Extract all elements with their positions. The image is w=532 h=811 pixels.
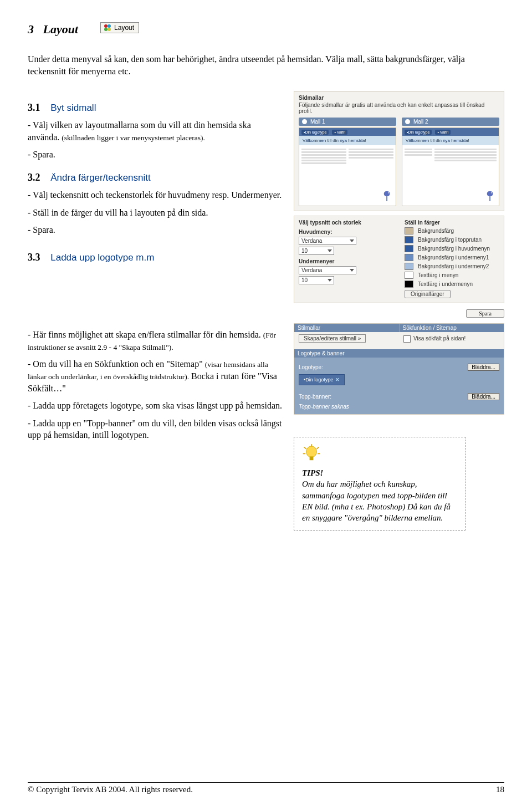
stilmallar-head: Stilmallar (294, 324, 399, 332)
copyright-text: © Copyright Tervix AB 2004. All rights r… (28, 785, 193, 794)
svg-point-6 (306, 446, 317, 457)
typography-panel: Välj typsnitt och storlek Huvudmeny: Ver… (294, 216, 504, 303)
browse-logotype-button[interactable]: Bläddra... (468, 364, 499, 371)
page-number: 18 (496, 785, 504, 794)
s31-p1: - Välj vilken av layoutmallarna som du v… (28, 119, 283, 143)
svg-point-4 (388, 192, 389, 193)
svg-point-2 (104, 28, 108, 31)
section-3-2-num: 3.2 (28, 172, 40, 183)
color-label: Bakgrundsfärg i undermeny1 (418, 254, 489, 261)
color-row: Bakgrundsfärg (405, 227, 499, 234)
page-footer: © Copyright Tervix AB 2004. All rights r… (28, 782, 504, 794)
section-3-2-heading: 3.2 Ändra färger/teckensnitt (28, 172, 283, 183)
show-search-label: Visa sökfält på sidan! (413, 335, 466, 341)
typo-right-title: Ställ in färger (405, 220, 499, 226)
color-label: Textfärg i menyn (418, 272, 458, 278)
radio-icon (302, 119, 307, 124)
svg-point-0 (104, 24, 108, 28)
color-label: Bakgrundsfärg i huvudmenyn (418, 246, 490, 252)
template-2-preview: •Din logotype• Valfri Välkommen till din… (402, 127, 499, 206)
color-label: Bakgrundsfärg i topprutan (418, 237, 482, 243)
logotype-banner-bar: Logotype & banner (294, 349, 504, 358)
huvudmeny-font-select[interactable]: Verdana (299, 237, 356, 245)
s32-p3: - Spara. (28, 224, 283, 236)
template-1-preview: •Din logotype• Valfri Välkommen till din… (299, 127, 396, 206)
tips-heading: TIPS! (302, 468, 323, 477)
sidmallar-desc: Följande sidmallar är gratis att använda… (299, 102, 499, 114)
color-swatch[interactable] (405, 254, 413, 261)
section-3-3-title: Ladda upp logotype m.m (50, 252, 154, 263)
layout-badge: Layout (100, 22, 139, 33)
color-row: Bakgrundsfärg i undermeny2 (405, 263, 499, 270)
s33-p3: - Ladda upp företagets logotype, som ska… (28, 400, 283, 412)
color-label: Bakgrundsfärg i undermeny2 (418, 263, 489, 269)
s32-p2: - Ställ in de färger du vill ha i layout… (28, 207, 283, 219)
color-label: Textfärg i undermenyn (418, 281, 473, 287)
color-row: Bakgrundsfärg i huvudmenyn (405, 245, 499, 252)
intro-paragraph: Under detta menyval så kan, den som har … (28, 53, 504, 77)
undermeny-label: Undermenyer (299, 258, 393, 264)
sidmallar-title: Sidmallar (299, 95, 499, 101)
color-row: Textfärg i undermenyn (405, 280, 499, 288)
s32-p1: - Välj teckensnitt och teckenstorlek för… (28, 189, 283, 201)
color-swatch[interactable] (405, 227, 413, 234)
section-3-3-heading: 3.3 Ladda upp logotype m.m (28, 252, 283, 263)
palette-icon (103, 23, 112, 32)
tips-box: TIPS! Om du har möjlighet och kunskap, s… (294, 437, 466, 531)
flamingo-icon (382, 190, 392, 203)
color-swatch[interactable] (405, 263, 413, 270)
chapter-heading: 3 Layout (28, 22, 78, 37)
color-swatch[interactable] (405, 236, 413, 243)
s31-p2: - Spara. (28, 149, 283, 161)
sokfunktion-head: Sökfunktion / Sitemap (399, 324, 504, 332)
lightbulb-icon (302, 444, 321, 465)
save-button[interactable]: Spara (466, 309, 504, 318)
section-3-1-heading: 3.1 Byt sidmall (28, 102, 283, 114)
color-row: Bakgrundsfärg i undermeny1 (405, 254, 499, 261)
topbanner-missing: Topp-banner saknas (299, 404, 499, 410)
color-swatch[interactable] (405, 272, 413, 279)
remove-logo-icon[interactable]: ✕ (335, 377, 340, 382)
layout-badge-label: Layout (114, 24, 134, 32)
svg-point-5 (491, 192, 492, 193)
tips-body: Om du har möjlighet och kunskap, sammanf… (302, 480, 451, 522)
color-label: Bakgrundsfärg (418, 228, 454, 234)
logotype-preview: •Din logotype ✕ (299, 374, 345, 385)
typo-left-title: Välj typsnitt och storlek (299, 220, 393, 226)
s33-p2: - Om du vill ha en Sökfunktion och en "S… (28, 358, 283, 394)
chapter-heading-row: 3 Layout Layout (28, 22, 504, 37)
template-option-1[interactable]: Mall 1 •Din logotype• Valfri Välkommen t… (299, 118, 396, 206)
sidmallar-panel: Sidmallar Följande sidmallar är gratis a… (294, 91, 504, 211)
huvudmeny-size-select[interactable]: 10 (299, 247, 334, 255)
undermeny-font-select[interactable]: Verdana (299, 266, 356, 274)
section-3-1-num: 3.1 (28, 102, 40, 113)
section-3-1-title: Byt sidmall (50, 103, 96, 113)
color-row: Bakgrundsfärg i topprutan (405, 236, 499, 243)
s33-p1: - Här finns möjlighet att skapa en/flera… (28, 329, 283, 353)
huvudmeny-label: Huvudmeny: (299, 229, 393, 235)
svg-rect-7 (310, 457, 314, 461)
color-row: Textfärg i menyn (405, 272, 499, 279)
section-3-3-num: 3.3 (28, 252, 40, 263)
svg-point-3 (108, 28, 111, 31)
svg-point-1 (108, 24, 111, 28)
chapter-title: Layout (43, 22, 79, 36)
flamingo-icon (485, 190, 495, 203)
show-search-checkbox[interactable] (403, 335, 411, 343)
color-swatch[interactable] (405, 245, 413, 252)
color-swatch[interactable] (405, 280, 413, 288)
logotype-label: Logotype: (299, 364, 323, 370)
topbanner-label: Topp-banner: (299, 394, 331, 400)
stilmallar-panel: Stilmallar Sökfunktion / Sitemap Skapa/e… (294, 323, 504, 415)
chapter-number: 3 (28, 22, 34, 36)
undermeny-size-select[interactable]: 10 (299, 276, 334, 284)
section-3-2-title: Ändra färger/teckensnitt (50, 172, 150, 183)
template-option-2[interactable]: Mall 2 •Din logotype• Valfri Välkommen t… (402, 118, 499, 206)
radio-icon (405, 119, 410, 124)
browse-topbanner-button[interactable]: Bläddra... (468, 393, 499, 400)
create-stilmall-button[interactable]: Skapa/editera stilmall » (299, 334, 366, 343)
reset-colors-button[interactable]: Originalfärger (405, 290, 451, 298)
s33-p4: - Ladda upp en "Topp-banner" om du vill,… (28, 417, 283, 441)
